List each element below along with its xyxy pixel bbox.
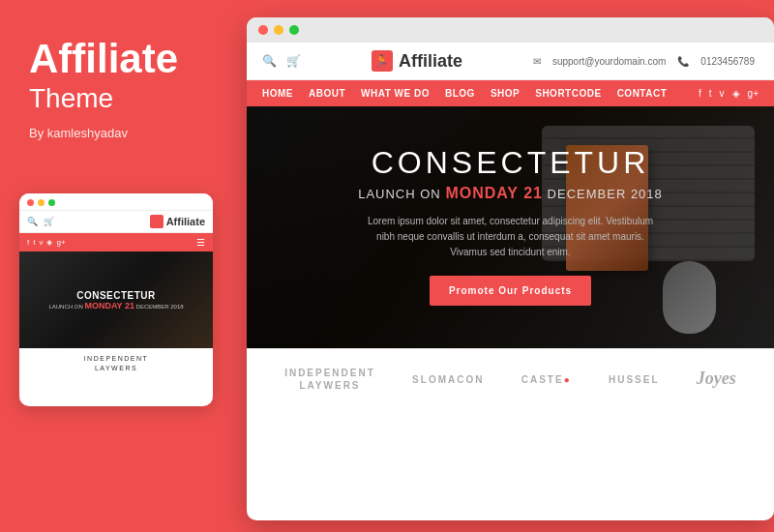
cart-icon: 🛒 [44, 217, 54, 226]
mobile-footer-brand: INDEPENDENT LAYWERS [19, 348, 213, 377]
brand-author: By kamleshyadav [29, 126, 208, 140]
desktop-header-left: 🔍 🛒 [262, 54, 301, 68]
nav-shop[interactable]: SHOP [491, 88, 520, 99]
dot-green [48, 199, 55, 206]
desktop-nav-links: HOME ABOUT WHAT WE DO BLOG SHOP SHORTCOD… [262, 88, 667, 99]
cart-icon[interactable]: 🛒 [286, 54, 301, 68]
vimeo-icon[interactable]: v [720, 88, 725, 99]
nav-shortcode[interactable]: SHORTCODE [535, 88, 601, 99]
vimeo-icon: v [39, 238, 43, 247]
hamburger-icon: ☰ [196, 237, 205, 248]
brand-slomacon: SLOMACON [412, 373, 484, 386]
dot-yellow [38, 199, 45, 206]
brand-hussel: HUSSEL [609, 373, 660, 386]
search-icon: 🔍 [27, 217, 38, 226]
desktop-dot-red [258, 25, 268, 35]
google-icon: g+ [56, 238, 65, 247]
facebook-icon[interactable]: f [699, 88, 701, 99]
mobile-logo-text: Affiliate [166, 216, 205, 227]
desktop-brands-bar: INDEPENDENTLAYWERS SLOMACON CASTE● HUSSE… [247, 348, 774, 409]
mobile-hero: CONSECTETUR LAUNCH ON MONDAY 21 DECEMBER… [19, 251, 213, 348]
mobile-header-icons: 🔍 🛒 [27, 217, 54, 226]
hero-description: Lorem ipsum dolor sit amet, consectetur … [366, 214, 656, 260]
nav-home[interactable]: HOME [262, 88, 293, 99]
desktop-site-header: 🔍 🛒 🏃 Affiliate ✉ support@yourdomain.com… [247, 43, 774, 80]
google-icon[interactable]: g+ [748, 88, 759, 99]
mobile-nav-bar: f t v ◈ g+ ☰ [19, 233, 213, 251]
desktop-logo-text: Affiliate [399, 51, 462, 72]
phone-number: 0123456789 [700, 56, 755, 67]
desktop-hero: CONSECTETUR LAUNCH ON MONDAY 21 DECEMBER… [247, 106, 774, 348]
desktop-dot-green [289, 25, 299, 35]
support-email: support@yourdomain.com [552, 56, 666, 67]
nav-blog[interactable]: BLOG [445, 88, 475, 99]
desktop-top-bar [247, 17, 774, 43]
mobile-date-suffix: DECEMBER 2018 [136, 304, 184, 310]
hero-content: CONSECTETUR LAUNCH ON MONDAY 21 DECEMBER… [247, 106, 774, 344]
nav-what-we-do[interactable]: WHAT WE DO [361, 88, 430, 99]
hero-launch-label: LAUNCH ON [358, 187, 441, 201]
mobile-social-icons: f t v ◈ g+ [27, 238, 66, 247]
nav-contact[interactable]: CONTACT [617, 88, 668, 99]
hero-subtitle: LAUNCH ON MONDAY 21 DECEMBER 2018 [276, 185, 745, 202]
mobile-hero-content: CONSECTETUR LAUNCH ON MONDAY 21 DECEMBER… [48, 290, 183, 310]
search-icon[interactable]: 🔍 [262, 54, 277, 68]
hero-title: CONSECTETUR [276, 145, 745, 181]
mobile-top-bar [19, 193, 213, 211]
instagram-icon[interactable]: ◈ [732, 88, 740, 99]
twitter-icon: t [33, 238, 35, 247]
mobile-mockup: 🔍 🛒 Affiliate f t v ◈ g+ ☰ CONSECTETUR [19, 193, 213, 406]
desktop-nav-social: f t v ◈ g+ [699, 88, 759, 99]
brand-subtitle: Theme [29, 83, 208, 114]
instagram-icon: ◈ [46, 238, 52, 247]
mobile-hero-title: CONSECTETUR [48, 290, 183, 301]
desktop-mockup: 🔍 🛒 🏃 Affiliate ✉ support@yourdomain.com… [247, 17, 774, 520]
left-panel: Affiliate Theme By kamleshyadav 🔍 🛒 Affi… [0, 0, 237, 532]
mobile-logo-icon [150, 215, 164, 228]
hero-day-highlight: MONDAY 21 [445, 185, 543, 201]
brand-title: Affiliate [29, 39, 208, 79]
phone-icon: 📞 [677, 56, 689, 67]
desktop-dot-yellow [274, 25, 283, 35]
desktop-contact-info: ✉ support@yourdomain.com 📞 0123456789 [533, 56, 759, 67]
nav-about[interactable]: ABOUT [309, 88, 345, 99]
mobile-launch-label: LAUNCH ON MONDAY 21 DECEMBER 2018 [48, 301, 183, 310]
twitter-icon[interactable]: t [709, 88, 712, 99]
dot-red [27, 199, 34, 206]
caste-dot: ● [564, 374, 572, 385]
email-icon: ✉ [533, 56, 541, 67]
brand-independent-laywers: INDEPENDENTLAYWERS [284, 367, 375, 392]
desktop-logo: 🏃 Affiliate [372, 50, 462, 72]
desktop-logo-icon: 🏃 [372, 50, 393, 72]
mobile-traffic-lights [27, 199, 55, 206]
brand-caste: CASTE● [521, 373, 572, 386]
desktop-nav: HOME ABOUT WHAT WE DO BLOG SHOP SHORTCOD… [247, 80, 774, 106]
hero-cta-button[interactable]: Promote Our Products [430, 276, 591, 306]
mobile-logo: Affiliate [150, 215, 205, 228]
hero-date-suffix: DECEMBER 2018 [548, 187, 663, 201]
facebook-icon: f [27, 238, 29, 247]
mobile-hero-date: MONDAY 21 [84, 301, 134, 310]
mobile-header: 🔍 🛒 Affiliate [19, 211, 213, 233]
logo-figure-icon: 🏃 [374, 54, 389, 68]
brand-joyes: Joyes [697, 368, 736, 390]
